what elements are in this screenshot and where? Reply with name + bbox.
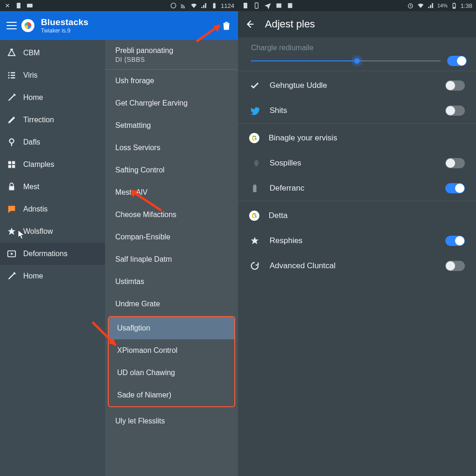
- menu-item[interactable]: UD olan Chawing: [109, 362, 234, 384]
- sidebar-item-deformations[interactable]: Deformations: [0, 243, 105, 265]
- svg-rect-8: [8, 161, 11, 164]
- toggle[interactable]: [445, 80, 465, 91]
- slider-toggle[interactable]: [447, 56, 467, 66]
- sidebar-item-cbm[interactable]: CBM: [0, 42, 105, 64]
- menu-header[interactable]: Prebli panonatingDI (SBBS: [105, 40, 238, 70]
- wand-icon: [7, 93, 17, 103]
- sidebar-item-label: Dafls: [23, 138, 40, 146]
- status-bt-icon: [4, 2, 11, 9]
- star-icon: [249, 235, 260, 246]
- menu-item[interactable]: Mest -AlV: [105, 181, 238, 204]
- slider-row: Chargle rediumaile: [238, 40, 476, 71]
- menu-item[interactable]: Setmatting: [105, 114, 238, 137]
- menu-item[interactable]: Ush frorage: [105, 70, 238, 92]
- svg-rect-6: [10, 49, 13, 50]
- app-logo-icon: [21, 19, 34, 32]
- toggle[interactable]: [445, 183, 465, 193]
- svg-rect-14: [244, 3, 247, 8]
- svg-rect-0: [17, 3, 20, 8]
- status-plane-icon: [264, 2, 271, 9]
- menu-item[interactable]: Safting Control: [105, 159, 238, 181]
- back-icon[interactable]: [245, 19, 255, 29]
- svg-rect-23: [253, 185, 256, 192]
- menu-item[interactable]: Salf Iinaple Datm: [105, 248, 238, 271]
- toggle[interactable]: [445, 106, 465, 116]
- hamburger-icon[interactable]: [7, 22, 17, 29]
- toggle[interactable]: [445, 158, 465, 168]
- sidebar-item-label: Viris: [23, 71, 38, 79]
- settings-row-sospilles[interactable]: Sospilles: [238, 151, 476, 176]
- menu-item[interactable]: Undme Grate: [105, 293, 238, 315]
- toggle[interactable]: [445, 261, 465, 271]
- google-icon: G: [249, 211, 259, 221]
- menu-item[interactable]: Compan-Ensible: [105, 226, 238, 248]
- list-icon: [7, 70, 17, 80]
- sidebar-item-adnstis[interactable]: Adnstis: [0, 198, 105, 220]
- menu-item[interactable]: Ustimtas: [105, 271, 238, 293]
- settings-list: Chargle rediumaile Gehngtue UddleShitsGB…: [238, 37, 476, 476]
- sidebar-item-tirrection[interactable]: Tirrection: [0, 109, 105, 131]
- pin-icon: [7, 137, 17, 147]
- sidebar-item-wolsflow[interactable]: Wolsflow: [0, 220, 105, 243]
- sidebar-item-dafls[interactable]: Dafls: [0, 131, 105, 153]
- sidebar-item-mest[interactable]: Mest: [0, 176, 105, 198]
- menu-panel: Prebli panonatingDI (SBBSUsh frorageGet …: [105, 40, 238, 476]
- sidebar-item-home[interactable]: Home: [0, 86, 105, 109]
- status-time: 1124: [221, 2, 234, 9]
- cursor-icon: [17, 229, 26, 240]
- settings-row-advanced-cluntcal[interactable]: Advanced Cluntcal: [238, 253, 476, 278]
- menu-item[interactable]: Get Charrgler Earving: [105, 92, 238, 114]
- grid-icon: [7, 159, 17, 170]
- pen-icon: [7, 115, 17, 125]
- svg-rect-1: [27, 4, 33, 7]
- svg-rect-3: [213, 3, 215, 8]
- sidebar-item-viris[interactable]: Viris: [0, 64, 105, 86]
- row-label: Shits: [270, 106, 436, 115]
- status-img-icon: [275, 2, 283, 9]
- svg-rect-21: [453, 3, 455, 3]
- menu-item[interactable]: XPiomaon Control: [109, 339, 234, 362]
- settings-row-detta[interactable]: GDetta: [238, 203, 476, 228]
- sidebar-item-clamples[interactable]: Clamples: [0, 153, 105, 176]
- status-doc-icon: [15, 2, 22, 9]
- separator: [238, 123, 476, 124]
- settings-row-resphies[interactable]: Resphies: [238, 228, 476, 253]
- twitter-icon: [249, 105, 260, 116]
- settings-row-shits[interactable]: Shits: [238, 98, 476, 123]
- bag-icon[interactable]: [221, 20, 231, 31]
- toggle[interactable]: [445, 236, 465, 246]
- settings-row-binagle-your-ervisis[interactable]: GBinagle your ervisis: [238, 126, 476, 151]
- menu-header-title: Prebli panonating: [115, 46, 173, 55]
- status-wifi2-icon: [417, 2, 424, 9]
- chat-icon: [7, 204, 17, 214]
- status-sync-icon: [170, 2, 177, 9]
- svg-rect-20: [453, 7, 455, 8]
- svg-rect-16: [277, 3, 282, 7]
- svg-rect-11: [12, 165, 15, 168]
- settings-row-deferranc[interactable]: Deferranc: [238, 176, 476, 201]
- separator: [238, 201, 476, 201]
- menu-item[interactable]: Usaflgtion: [109, 317, 234, 339]
- status-alarm-icon: [407, 2, 414, 9]
- left-screenshot: 1124 Bluestacks Twiaker is.9 CBMVirisHom…: [0, 0, 238, 476]
- status-note-icon: [286, 2, 294, 9]
- menu-item[interactable]: Cheose Mifactions: [105, 204, 238, 226]
- menu-header-sub: DI (SBBS: [115, 56, 145, 63]
- menu-item[interactable]: Loss Serviors: [105, 137, 238, 159]
- appbar: Bluestacks Twiaker is.9: [0, 11, 238, 40]
- menu-item[interactable]: Uly let Flesslits: [105, 410, 238, 432]
- triangle-icon: [7, 48, 17, 58]
- settings-row-gehngtue-uddle[interactable]: Gehngtue Uddle: [238, 73, 476, 98]
- menu-item[interactable]: Sade of Niamer): [109, 384, 234, 406]
- separator: [238, 71, 476, 71]
- brightness-slider[interactable]: [251, 56, 441, 66]
- svg-rect-4: [214, 3, 215, 3]
- app-subtitle: Twiaker is.9: [41, 27, 88, 34]
- svg-rect-24: [254, 185, 256, 185]
- status-signal-icon: [200, 2, 208, 9]
- sidebar-item-label: CBM: [23, 49, 40, 57]
- sidebar-item-home[interactable]: Home: [0, 265, 105, 287]
- slider-label: Chargle rediumaile: [251, 44, 467, 52]
- row-label: Resphies: [270, 236, 436, 245]
- star-icon: [7, 226, 17, 237]
